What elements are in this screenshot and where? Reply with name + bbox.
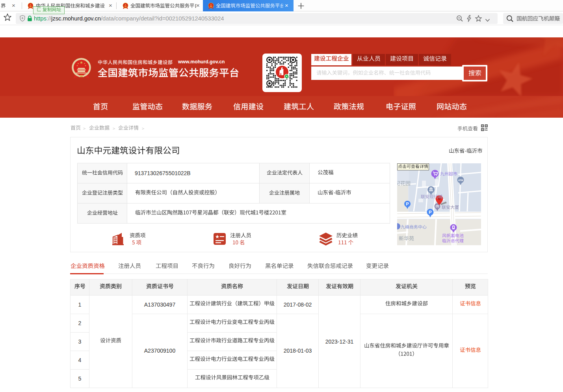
svg-text:P: P [429,210,431,214]
svg-text:P: P [406,202,409,206]
svg-text:ATM: ATM [458,179,463,181]
